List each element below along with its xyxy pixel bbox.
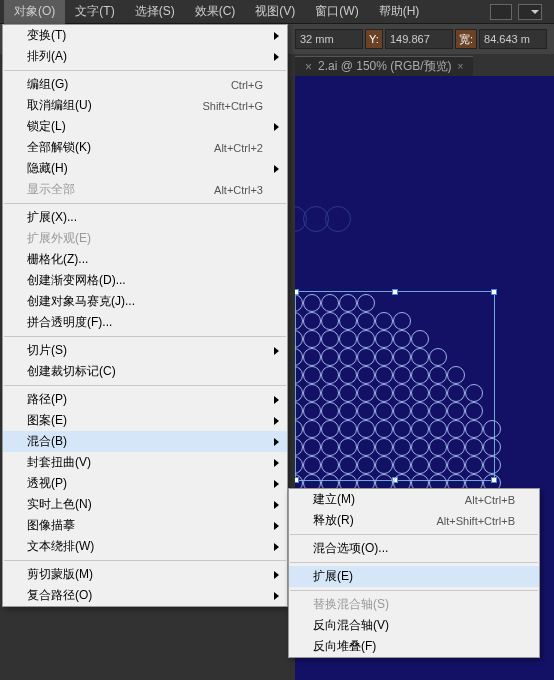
separator (4, 70, 286, 71)
tab-dirty-icon: × (305, 60, 312, 74)
w-value[interactable]: 84.643 m (479, 29, 547, 49)
separator (4, 385, 286, 386)
menu-item[interactable]: 编组(G)Ctrl+G (3, 74, 287, 95)
menu-item-label: 创建渐变网格(D)... (27, 272, 126, 289)
menu-object[interactable]: 对象(O) (4, 0, 65, 24)
menu-item[interactable]: 创建对象马赛克(J)... (3, 291, 287, 312)
menu-item[interactable]: 栅格化(Z)... (3, 249, 287, 270)
menu-item[interactable]: 路径(P) (3, 389, 287, 410)
menu-item[interactable]: 排列(A) (3, 46, 287, 67)
menu-item-label: 复合路径(O) (27, 587, 92, 604)
menu-item[interactable]: 透视(P) (3, 473, 287, 494)
menu-item[interactable]: 复合路径(O) (3, 585, 287, 606)
menu-item-label: 全部解锁(K) (27, 139, 91, 156)
chevron-right-icon (274, 571, 279, 579)
menu-shortcut: Alt+Ctrl+B (465, 494, 515, 506)
menu-item[interactable]: 切片(S) (3, 340, 287, 361)
menu-item-label: 隐藏(H) (27, 160, 68, 177)
menu-item[interactable]: 释放(R)Alt+Shift+Ctrl+B (289, 510, 539, 531)
menu-item[interactable]: 扩展(X)... (3, 207, 287, 228)
workspace-switcher-icon[interactable] (518, 4, 542, 20)
menu-item[interactable]: 变换(T) (3, 25, 287, 46)
chevron-right-icon (274, 501, 279, 509)
menu-item[interactable]: 混合(B) (3, 431, 287, 452)
menu-item[interactable]: 剪切蒙版(M) (3, 564, 287, 585)
menu-item-label: 创建裁切标记(C) (27, 363, 116, 380)
tab-label: 2.ai @ 150% (RGB/预览) (318, 58, 452, 75)
menu-item[interactable]: 图像描摹 (3, 515, 287, 536)
menu-item-label: 图像描摹 (27, 517, 75, 534)
separator (4, 336, 286, 337)
x-value[interactable]: 32 mm (295, 29, 363, 49)
menu-item-label: 扩展(E) (313, 568, 353, 585)
menu-item[interactable]: 创建裁切标记(C) (3, 361, 287, 382)
menu-item[interactable]: 锁定(L) (3, 116, 287, 137)
y-value[interactable]: 149.867 (385, 29, 453, 49)
menu-item[interactable]: 封套扭曲(V) (3, 452, 287, 473)
menu-shortcut: Alt+Ctrl+3 (214, 184, 263, 196)
menu-item-label: 图案(E) (27, 412, 67, 429)
menu-item-label: 扩展(X)... (27, 209, 77, 226)
separator (290, 534, 538, 535)
layout-icon[interactable] (490, 4, 512, 20)
menu-item-label: 释放(R) (313, 512, 354, 529)
menu-item[interactable]: 拼合透明度(F)... (3, 312, 287, 333)
object-menu-dropdown: 变换(T)排列(A)编组(G)Ctrl+G取消编组(U)Shift+Ctrl+G… (2, 24, 288, 607)
chevron-right-icon (274, 417, 279, 425)
chevron-right-icon (274, 480, 279, 488)
menu-item-label: 编组(G) (27, 76, 68, 93)
menu-item[interactable]: 扩展(E) (289, 566, 539, 587)
menu-item-label: 替换混合轴(S) (313, 596, 389, 613)
menu-help[interactable]: 帮助(H) (369, 0, 430, 24)
chevron-right-icon (274, 543, 279, 551)
menu-view[interactable]: 视图(V) (245, 0, 305, 24)
menu-item[interactable]: 反向堆叠(F) (289, 636, 539, 657)
menubar-right (490, 4, 550, 20)
menu-item-label: 栅格化(Z)... (27, 251, 88, 268)
menu-effect[interactable]: 效果(C) (185, 0, 246, 24)
menu-item-label: 拼合透明度(F)... (27, 314, 112, 331)
chevron-right-icon (274, 165, 279, 173)
handle-ne[interactable] (491, 289, 497, 295)
tab-close-icon[interactable]: × (458, 61, 464, 72)
chevron-right-icon (274, 438, 279, 446)
menu-item-label: 透视(P) (27, 475, 67, 492)
menu-item: 扩展外观(E) (3, 228, 287, 249)
menu-item[interactable]: 文本绕排(W) (3, 536, 287, 557)
menu-item[interactable]: 隐藏(H) (3, 158, 287, 179)
chevron-right-icon (274, 522, 279, 530)
document-tab[interactable]: × 2.ai @ 150% (RGB/预览) × (295, 56, 473, 76)
menu-item-label: 显示全部 (27, 181, 75, 198)
menu-item-label: 取消编组(U) (27, 97, 92, 114)
menu-item-label: 实时上色(N) (27, 496, 92, 513)
menu-shortcut: Alt+Ctrl+2 (214, 142, 263, 154)
menu-item[interactable]: 混合选项(O)... (289, 538, 539, 559)
handle-n[interactable] (392, 289, 398, 295)
menu-item-label: 反向堆叠(F) (313, 638, 376, 655)
art-circles-top (295, 206, 351, 232)
separator (4, 560, 286, 561)
chevron-right-icon (274, 53, 279, 61)
menu-item[interactable]: 反向混合轴(V) (289, 615, 539, 636)
blend-submenu: 建立(M)Alt+Ctrl+B释放(R)Alt+Shift+Ctrl+B混合选项… (288, 488, 540, 658)
menu-item-label: 排列(A) (27, 48, 67, 65)
menu-shortcut: Ctrl+G (231, 79, 263, 91)
menu-select[interactable]: 选择(S) (125, 0, 185, 24)
menu-window[interactable]: 窗口(W) (305, 0, 368, 24)
menu-item-label: 反向混合轴(V) (313, 617, 389, 634)
menu-item[interactable]: 全部解锁(K)Alt+Ctrl+2 (3, 137, 287, 158)
chevron-right-icon (274, 459, 279, 467)
separator (4, 203, 286, 204)
menu-type[interactable]: 文字(T) (65, 0, 124, 24)
menu-item[interactable]: 图案(E) (3, 410, 287, 431)
menu-item-label: 扩展外观(E) (27, 230, 91, 247)
menu-item-label: 混合选项(O)... (313, 540, 388, 557)
menu-item[interactable]: 取消编组(U)Shift+Ctrl+G (3, 95, 287, 116)
menu-item-label: 文本绕排(W) (27, 538, 94, 555)
menu-item: 替换混合轴(S) (289, 594, 539, 615)
menu-item[interactable]: 建立(M)Alt+Ctrl+B (289, 489, 539, 510)
menu-item[interactable]: 创建渐变网格(D)... (3, 270, 287, 291)
menu-item-label: 封套扭曲(V) (27, 454, 91, 471)
menu-item-label: 剪切蒙版(M) (27, 566, 93, 583)
menu-item[interactable]: 实时上色(N) (3, 494, 287, 515)
